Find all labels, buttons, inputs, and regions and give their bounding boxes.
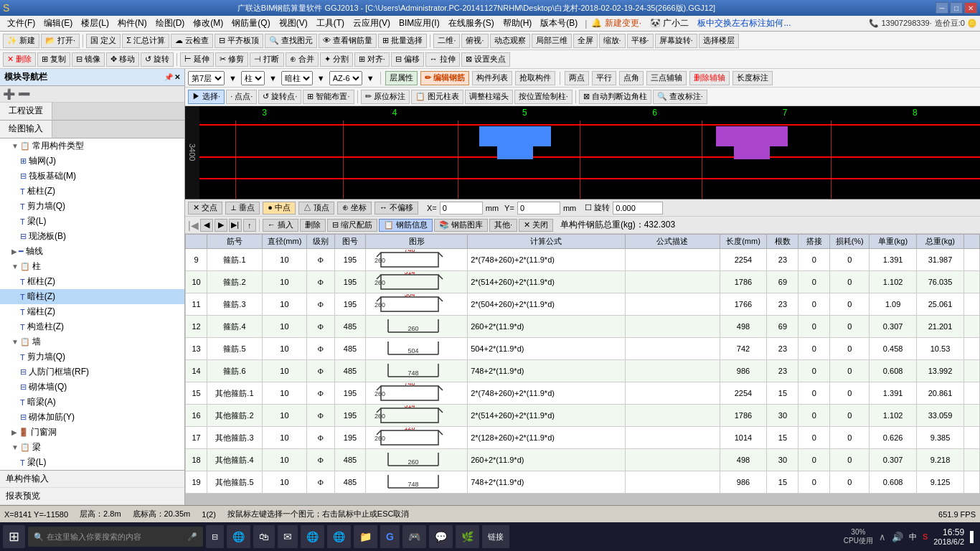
element-subtype-select[interactable]: 暗柱: [281, 71, 313, 85]
ie2-btn[interactable]: 🌐: [327, 525, 351, 548]
tab-engineering[interactable]: 工程设置: [0, 103, 52, 120]
btn-check-mark[interactable]: 🔍 查改标注·: [653, 90, 707, 104]
btn-open[interactable]: 📂 打开·: [41, 34, 80, 48]
ie-btn[interactable]: 🌐: [301, 525, 324, 548]
menu-help[interactable]: 帮助(H): [499, 16, 537, 31]
btn-rotate[interactable]: ↺ 旋转: [141, 52, 174, 67]
table-row[interactable]: 16 其他箍筋.2 10 Φ 195 514 260 2*(514+260)+2…: [186, 405, 980, 427]
table-row[interactable]: 15 其他箍筋.1 10 Φ 195 748 260 2*(748+260)+2…: [186, 382, 980, 405]
tree-end-col[interactable]: T 端柱(Z): [0, 304, 184, 319]
link-btn[interactable]: 链接: [482, 525, 509, 548]
btn-grab-element[interactable]: 抢取构件: [515, 71, 555, 85]
rebar-nav-up[interactable]: ↑: [243, 219, 256, 232]
tree-raft[interactable]: ⊟ 筏板基础(M): [0, 169, 184, 184]
btn-smart-arrange[interactable]: ⊞ 智能布置·: [303, 90, 354, 104]
element-id-select[interactable]: AZ-6: [329, 71, 362, 85]
tray-antivirus[interactable]: S: [923, 532, 928, 541]
tree-hidden-beam[interactable]: T 暗梁(A): [0, 395, 184, 410]
menu-bim[interactable]: BIM应用(I): [395, 16, 444, 31]
btn-adjust-col-top[interactable]: 调整柱端头: [465, 90, 513, 104]
store-btn[interactable]: 🛍: [253, 525, 275, 548]
rebar-nav-next[interactable]: ▶: [215, 219, 227, 232]
tree-wall[interactable]: ▼ 📋 墙: [0, 334, 184, 349]
task-view-btn[interactable]: ⊟: [206, 525, 224, 548]
btn-parallel[interactable]: 平行: [592, 71, 616, 85]
btn-snap-intersect[interactable]: ✕ 交点: [188, 202, 222, 215]
btn-three-pts-aux[interactable]: 三点辅轴: [646, 71, 687, 85]
table-row[interactable]: 12 箍筋.4 10 Φ 485 260 260+2*(11.9*d) 498 …: [186, 316, 980, 338]
btn-angle-pt[interactable]: 点角: [619, 71, 644, 85]
btn-no-offset[interactable]: ↔ 不偏移: [374, 202, 418, 215]
green-btn[interactable]: 🌿: [456, 525, 479, 548]
btn-find-element[interactable]: 🔍 查找图元: [265, 34, 317, 48]
btn-rebar-delete[interactable]: 删除: [300, 219, 326, 232]
menu-new-change[interactable]: 🔔 新建变更·: [587, 16, 646, 31]
btn-batch-select[interactable]: ⊞ 批量选择: [378, 34, 427, 48]
tree-struct-col[interactable]: T 构造柱(Z): [0, 319, 184, 334]
menu-version[interactable]: 版本号(B): [536, 16, 582, 31]
btn-scale-rebar[interactable]: ⊟ 缩尺配筋: [327, 219, 377, 232]
tree-beam2[interactable]: T 梁(L): [0, 455, 184, 470]
btn-select-floor[interactable]: 选择楼层: [699, 34, 739, 48]
start-btn[interactable]: ⊞: [3, 525, 25, 548]
btn-two-pts[interactable]: 两点: [565, 71, 589, 85]
btn-rebar-info[interactable]: 📋 钢筋信息: [379, 219, 433, 232]
restore-btn[interactable]: □: [950, 2, 963, 14]
btn-in-situ-mark[interactable]: ✏ 原位标注: [361, 90, 410, 104]
gg-btn[interactable]: G: [380, 525, 400, 548]
btn-snap-mid[interactable]: ● 中点: [263, 202, 296, 215]
tree-beam[interactable]: T 梁(L): [0, 214, 184, 229]
menu-draw[interactable]: 绘图(D): [151, 16, 189, 31]
btn-stretch[interactable]: ↔ 拉伸: [425, 52, 460, 67]
element-type-select[interactable]: 柱: [241, 71, 265, 85]
tree-frame-col[interactable]: T 框柱(Z): [0, 274, 184, 289]
rebar-nav-last[interactable]: ▶|: [229, 219, 242, 232]
tree-hidden-col[interactable]: T 暗柱(Z): [0, 289, 184, 304]
rebar-nav-prev[interactable]: ◀: [200, 219, 213, 232]
menu-element[interactable]: 构件(N): [113, 16, 151, 31]
btn-copy[interactable]: ⊞ 复制: [37, 52, 70, 67]
tree-masonry-rebar[interactable]: ⊟ 砌体加筋(Y): [0, 410, 184, 425]
chat-btn[interactable]: 💬: [429, 525, 453, 548]
btn-edit-rebar[interactable]: ✏ 编辑钢筋: [420, 71, 469, 85]
btn-rebar-other[interactable]: 其他·: [489, 219, 517, 232]
mail-btn[interactable]: ✉: [278, 525, 298, 548]
btn-2d[interactable]: 二维·: [433, 34, 460, 48]
minimize-btn[interactable]: ─: [936, 2, 948, 14]
btn-pan[interactable]: 平移·: [627, 34, 654, 48]
game-btn[interactable]: 🎮: [402, 525, 426, 548]
menu-file[interactable]: 文件(F): [3, 16, 39, 31]
btn-snap-coord[interactable]: ⊕ 坐标: [337, 202, 372, 215]
btn-rebar-library[interactable]: 📚 钢筋图库: [434, 219, 488, 232]
btn-split[interactable]: ✦ 分割: [320, 52, 353, 67]
sidebar-pin-btn[interactable]: 📌: [164, 73, 173, 81]
btn-mirror[interactable]: ⊟ 镜像: [72, 52, 105, 67]
btn-offset[interactable]: ⊟ 偏移: [391, 52, 424, 67]
tree-slab[interactable]: ⊟ 现浇板(B): [0, 229, 184, 244]
btn-element-col-table[interactable]: 📋 图元柱表: [411, 90, 463, 104]
tree-beams[interactable]: ▼ 📋 梁: [0, 440, 184, 455]
sidebar-report[interactable]: 报表预览: [0, 488, 184, 505]
tree-common-types[interactable]: ▼ 📋 常用构件类型: [0, 138, 184, 154]
btn-top-view[interactable]: 俯视·: [461, 34, 488, 48]
tray-volume[interactable]: 🔊: [892, 532, 903, 542]
btn-rebar-insert[interactable]: ← 插入: [263, 219, 298, 232]
tray-up-arrow[interactable]: ∧: [879, 532, 886, 542]
close-btn[interactable]: ✕: [964, 2, 977, 14]
btn-rotate-pt[interactable]: ↺ 旋转点·: [258, 90, 301, 104]
btn-break[interactable]: ⊣ 打断: [250, 52, 283, 67]
btn-align[interactable]: ⊞ 对齐·: [354, 52, 390, 67]
rebar-nav-first[interactable]: |◀: [188, 220, 199, 231]
btn-rebar-close[interactable]: ✕ 关闭: [519, 219, 553, 232]
table-row[interactable]: 9 箍筋.1 10 Φ 195 748 260 2*(748+260)+2*(1…: [186, 249, 980, 271]
btn-screen-rotate[interactable]: 屏幕旋转·: [655, 34, 697, 48]
btn-sum[interactable]: Σ 汇总计算: [122, 34, 169, 48]
table-row[interactable]: 11 箍筋.3 10 Φ 195 504 260 2*(504+260)+2*(…: [186, 293, 980, 316]
tree-masonry[interactable]: ⊟ 砌体墙(Q): [0, 380, 184, 395]
sidebar-add-btn[interactable]: ➕: [3, 88, 15, 100]
btn-snap-vertex[interactable]: △ 顶点: [298, 202, 334, 215]
menu-edit[interactable]: 编辑(E): [39, 16, 77, 31]
table-row[interactable]: 10 箍筋.2 10 Φ 195 514 260 2*(514+260)+2*(…: [186, 271, 980, 293]
btn-merge[interactable]: ⊕ 合并: [286, 52, 319, 67]
tree-door-window[interactable]: ▶ 🚪 门窗洞: [0, 425, 184, 440]
